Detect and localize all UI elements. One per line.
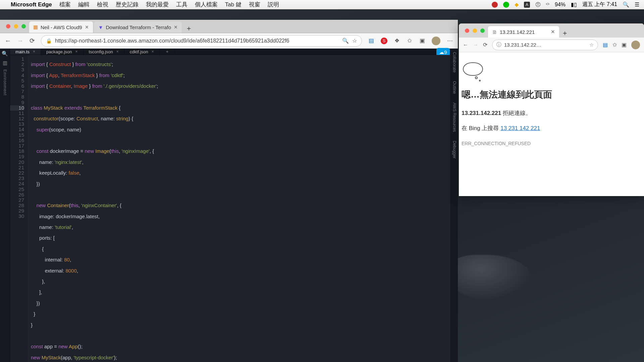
more-menu-icon[interactable]: ⋯: [446, 37, 453, 44]
desktop-wallpaper: ▦ Neil - AWS Cloud9 ✕ ▼ Download Terrafo…: [0, 9, 644, 362]
code-content[interactable]: import { Construct } from 'constructs'; …: [28, 55, 450, 362]
file-tab-main-ts[interactable]: main.ts×: [10, 49, 41, 55]
bing-search-link[interactable]: 13 231 142 221: [500, 125, 540, 131]
translate-icon[interactable]: ▤: [368, 37, 375, 44]
refresh-button-icon[interactable]: ⟳: [483, 42, 487, 48]
new-tab-button[interactable]: ＋: [183, 24, 195, 33]
close-file-icon[interactable]: ×: [75, 49, 78, 54]
menubar-app-name[interactable]: Microsoft Edge: [11, 1, 52, 8]
menubar-item[interactable]: 我的最愛: [146, 1, 169, 8]
zoom-window-icon[interactable]: [21, 24, 26, 28]
profile-avatar-icon[interactable]: [631, 41, 640, 49]
spotlight-icon[interactable]: 🔍: [623, 1, 629, 8]
menubar-item[interactable]: 編輯: [78, 1, 90, 8]
aws-resources-panel-label[interactable]: AWS Resources: [452, 103, 457, 132]
menubar-item[interactable]: 説明: [268, 1, 279, 8]
menubar-clock[interactable]: 週五 上午 7:41: [582, 1, 617, 8]
zoom-icon[interactable]: 🔍: [342, 38, 349, 44]
file-tab-package-json[interactable]: package.json×: [41, 49, 84, 55]
record-status-icon[interactable]: [492, 2, 498, 8]
translate-icon[interactable]: ▤: [603, 42, 608, 48]
collaborate-panel-label[interactable]: Collaborate: [452, 52, 457, 72]
cloud9-main: main.ts× package.json× tsconfig.json× cd…: [10, 49, 450, 362]
file-tab-label: cdktf.json: [130, 49, 148, 54]
close-window-icon[interactable]: [6, 24, 10, 28]
lock-icon: 🔒: [46, 38, 52, 44]
error-refused-text: 拒絕連線。: [501, 110, 531, 116]
environment-panel-label[interactable]: Environment: [3, 69, 7, 96]
address-bar[interactable]: ⓘ 13.231.142.22… ☆: [492, 40, 598, 50]
browser-tab-cloud9[interactable]: ▦ Neil - AWS Cloud9 ✕: [29, 21, 93, 33]
battery-percent: 94%: [555, 2, 566, 8]
forward-button-icon[interactable]: →: [17, 37, 23, 45]
thought-cloud-icon: [462, 62, 485, 79]
refresh-button-icon[interactable]: ⟳: [30, 37, 35, 45]
menubar-item[interactable]: 個人檔案: [195, 1, 218, 8]
terraform-favicon-icon: ▼: [98, 24, 103, 30]
profile-avatar-icon[interactable]: [432, 37, 440, 45]
menubar-item[interactable]: Tab 鍵: [225, 1, 241, 8]
url-text: https://ap-northeast-1.console.aws.amazo…: [55, 38, 289, 44]
skype-extension-icon[interactable]: S: [381, 38, 387, 44]
browser-tab-title: Download Terraform - Terrafo: [106, 24, 171, 30]
edge-toolbar: ← → ⟳ 🔒 https://ap-northeast-1.console.a…: [0, 33, 458, 49]
app-a-icon[interactable]: A: [524, 2, 530, 8]
minimize-window-icon[interactable]: [14, 24, 18, 28]
error-detail-line: 13.231.142.221 拒絕連線。: [462, 109, 641, 117]
browser-tab-terraform[interactable]: ▼ Download Terraform - Terrafo ✕: [94, 21, 182, 33]
close-file-icon[interactable]: ×: [152, 49, 154, 54]
edge-window-cloud9: ▦ Neil - AWS Cloud9 ✕ ▼ Download Terrafo…: [0, 20, 458, 362]
close-tab-icon[interactable]: ✕: [174, 24, 178, 30]
minimize-window-icon[interactable]: [473, 28, 477, 33]
browser-tab-ip[interactable]: 🗎 13.231.142.221 ✕: [488, 26, 559, 38]
menubar-status-area: ◆ A ㊂ ⌔ 94% ▮▯ 週五 上午 7:41 🔍 ☰: [492, 1, 639, 8]
error-search-prefix: 在 Bing 上搜尋: [462, 125, 500, 131]
favorite-star-icon[interactable]: ☆: [589, 42, 594, 48]
close-tab-icon[interactable]: ✕: [85, 24, 89, 30]
menubar-item[interactable]: 工具: [176, 1, 187, 8]
address-bar[interactable]: 🔒 https://ap-northeast-1.console.aws.ama…: [41, 35, 362, 47]
zoom-window-icon[interactable]: [480, 28, 485, 33]
code-editor[interactable]: 1234567891011121314151617181920212223242…: [10, 55, 450, 362]
favorites-icon[interactable]: ✩: [406, 37, 413, 44]
search-icon[interactable]: 🔍: [2, 51, 8, 57]
control-center-icon[interactable]: ☰: [635, 1, 639, 8]
menubar-item[interactable]: 檢視: [97, 1, 108, 8]
back-button-icon[interactable]: ←: [463, 42, 468, 48]
info-icon: ⓘ: [496, 42, 501, 48]
menubar-item[interactable]: 檔案: [59, 1, 71, 8]
close-file-icon[interactable]: ×: [33, 49, 35, 54]
back-button-icon[interactable]: ←: [5, 37, 11, 45]
close-tab-icon[interactable]: ✕: [551, 29, 555, 35]
outline-panel-label[interactable]: Outline: [452, 81, 457, 94]
menubar-item[interactable]: 視窗: [249, 1, 260, 8]
cloud9-favicon-icon: ▦: [33, 24, 38, 30]
line-app-icon[interactable]: [503, 2, 509, 8]
window-controls: [3, 19, 29, 33]
cloud9-ide: 🔍 ▥ Environment main.ts× package.json× t…: [0, 49, 458, 362]
new-tab-button[interactable]: ＋: [559, 28, 571, 38]
favorites-icon[interactable]: ✩: [612, 42, 617, 48]
panel-toggle-icon[interactable]: ▥: [3, 60, 7, 66]
close-window-icon[interactable]: [465, 28, 469, 33]
collections-icon[interactable]: ▣: [622, 42, 627, 48]
cloud9-file-tabs: main.ts× package.json× tsconfig.json× cd…: [10, 49, 450, 55]
close-file-icon[interactable]: ×: [116, 49, 119, 54]
menubar-item[interactable]: 歷史記錄: [116, 1, 139, 8]
collections-icon[interactable]: ▣: [419, 37, 426, 44]
extension-icon[interactable]: ❖: [393, 37, 400, 44]
wallpaper-rock: [446, 255, 533, 302]
file-tab-label: main.ts: [15, 49, 30, 54]
input-source-icon[interactable]: ㊂: [535, 1, 541, 8]
debugger-panel-label[interactable]: Debugger: [452, 141, 457, 159]
wifi-icon[interactable]: ⌔: [546, 2, 549, 8]
favorite-star-icon[interactable]: ☆: [352, 38, 357, 44]
battery-icon[interactable]: ▮▯: [571, 1, 577, 8]
file-tab-cdktf-json[interactable]: cdktf.json×: [124, 49, 160, 55]
file-tab-tsconfig-json[interactable]: tsconfig.json×: [84, 49, 124, 55]
new-file-tab-button[interactable]: ＋: [160, 49, 175, 55]
edge2-toolbar: ← → ⟳ ⓘ 13.231.142.22… ☆ ▤ ✩ ▣: [459, 38, 644, 52]
forward-button-icon[interactable]: →: [473, 42, 478, 48]
url-text: 13.231.142.22…: [504, 42, 541, 48]
shield-icon[interactable]: ◆: [515, 1, 519, 8]
